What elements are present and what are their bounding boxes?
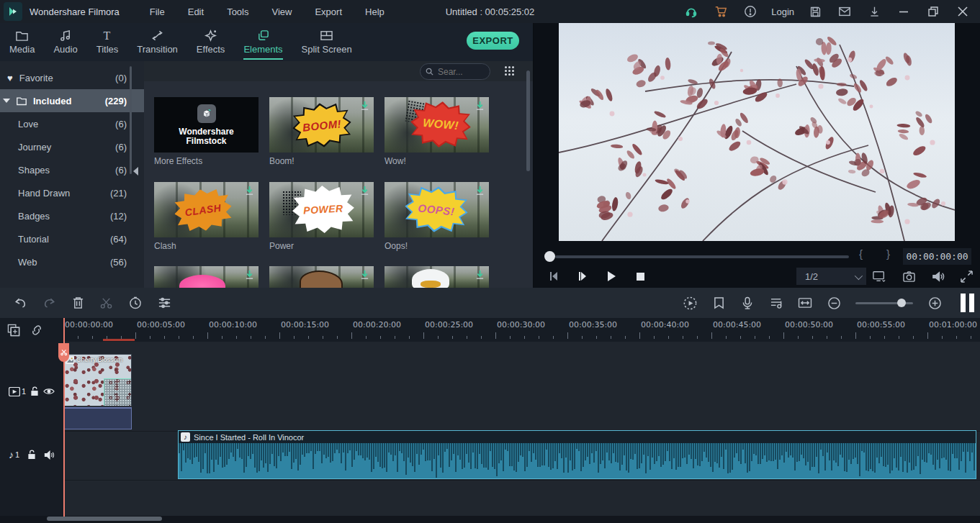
download-element-icon[interactable] [360,101,369,111]
element-tile-partial-3[interactable] [385,266,489,288]
login-button[interactable]: Login [768,6,797,17]
mark-out-button[interactable]: } [886,247,890,260]
grid-view-icon[interactable] [505,66,515,76]
menu-file[interactable]: File [140,4,175,20]
split-scissors-button[interactable] [92,288,121,318]
manage-tracks-icon[interactable] [7,324,20,337]
preview-scrubber[interactable]: { } 00:00:00:00 [534,243,980,265]
info-icon[interactable] [739,0,762,23]
lock-icon[interactable] [30,386,39,396]
timeline-ruler[interactable]: 00:00:00:0000:00:05:0000:00:10:0000:00:1… [0,318,980,342]
download-element-icon[interactable] [475,101,485,111]
sidebar-item-journey[interactable]: Journey(6) [0,135,144,158]
auto-ripple-link-icon[interactable] [30,324,43,336]
element-tile-oops[interactable]: OOPS! Oops! [385,182,489,251]
sidebar-scrollbar[interactable] [130,66,132,174]
pip-element-clip[interactable] [63,407,132,429]
video-preview[interactable] [559,23,955,241]
download-element-icon[interactable] [360,186,369,196]
sidebar-item-web[interactable]: Web(56) [0,250,144,273]
element-tile-partial-2[interactable] [269,266,374,288]
selected-element-thumb: POWER [269,182,374,237]
audio-mixer-button[interactable] [762,288,791,318]
close-button[interactable] [951,0,974,23]
snapshot-camera-button[interactable] [894,265,923,288]
menu-edit[interactable]: Edit [178,4,214,20]
download-icon[interactable] [863,0,886,23]
element-tile-power[interactable]: POWER Power [269,182,374,251]
tab-transition[interactable]: Transition [127,23,187,60]
volume-button[interactable] [923,265,952,288]
elements-scrollbar[interactable] [526,71,530,171]
tab-titles[interactable]: T Titles [87,23,128,60]
audio-clip[interactable]: ♪ Since I Started - Roll In Vinocor [178,430,976,479]
tab-split-screen[interactable]: Split Screen [292,23,361,60]
pause-icon[interactable] [961,294,974,312]
element-tile-wow[interactable]: WOW! Wow! [385,97,489,166]
zoom-to-fit-button[interactable] [791,288,819,318]
eye-icon[interactable] [43,387,55,396]
menu-help[interactable]: Help [355,4,395,20]
element-tile-boom[interactable]: BOOM! Boom! [269,97,374,166]
export-button[interactable]: EXPORT [467,32,519,50]
element-tile-clash[interactable]: CLASH Clash [154,182,259,251]
sidebar-item-badges[interactable]: Badges(12) [0,204,144,227]
previous-frame-button[interactable] [539,265,568,288]
tab-effects[interactable]: Effects [187,23,235,60]
marker-button[interactable] [704,288,733,318]
scrubber-handle[interactable] [544,251,555,262]
page-indicator-select[interactable]: 1/2 [796,268,866,285]
zoom-out-button[interactable] [819,288,848,318]
render-preview-button[interactable] [675,288,704,318]
scrubber-track[interactable] [555,255,849,258]
video-clip-cherry-blossom[interactable]: Cherry Blossom [63,354,132,406]
adjust-settings-button[interactable] [150,288,179,318]
speed-clock-button[interactable] [121,288,150,318]
tab-elements[interactable]: Elements [234,23,292,60]
tab-audio[interactable]: Audio [44,23,86,60]
display-device-button[interactable] [865,265,894,288]
play-button[interactable] [597,265,626,288]
timeline-zoom-slider[interactable] [855,302,913,304]
sidebar-item-hand-drawn[interactable]: Hand Drawn(21) [0,181,144,204]
undo-button[interactable] [6,288,35,318]
menu-view[interactable]: View [261,4,302,20]
sidebar-item-shapes[interactable]: Shapes(6) [0,158,144,181]
download-element-icon[interactable] [245,270,254,280]
lock-icon[interactable] [27,450,36,460]
sidebar-item-love[interactable]: Love(6) [0,112,144,135]
collapse-panel-arrow[interactable] [133,167,138,176]
download-element-icon[interactable] [475,186,485,196]
zoom-in-button[interactable] [920,288,949,318]
download-element-icon[interactable] [360,270,369,280]
element-tile-partial-1[interactable] [154,266,259,288]
search-input[interactable] [420,63,490,80]
minimize-button[interactable] [892,0,915,23]
stop-button[interactable] [626,265,655,288]
timeline-hscrollbar[interactable] [47,517,162,521]
menu-export[interactable]: Export [305,4,352,20]
sidebar-item-favorite[interactable]: ♥ Favorite (0) [0,66,144,89]
delete-trash-button[interactable] [63,288,92,318]
fullscreen-button[interactable] [952,265,980,288]
sidebar-item-tutorial[interactable]: Tutorial(64) [0,227,144,250]
support-headset-icon[interactable] [680,0,703,23]
element-selection-box[interactable] [104,378,132,406]
mark-in-button[interactable]: { [859,247,863,260]
playhead-handle[interactable] [58,343,69,362]
restore-button[interactable] [922,0,945,23]
menu-tools[interactable]: Tools [217,4,259,20]
zoom-slider-handle[interactable] [897,299,906,307]
next-frame-button[interactable] [568,265,597,288]
download-element-icon[interactable] [475,270,485,280]
record-voiceover-mic-button[interactable] [733,288,762,318]
element-tile-more-effects[interactable]: Wondershare Filmstock More Effects [154,97,259,166]
download-element-icon[interactable] [245,186,254,196]
sidebar-item-included[interactable]: Included (229) [0,89,144,112]
tab-media[interactable]: Media [0,23,44,60]
mail-icon[interactable] [833,0,856,23]
shop-cart-icon[interactable] [709,0,732,23]
save-icon[interactable] [804,0,827,23]
redo-button[interactable] [35,288,63,318]
speaker-icon[interactable] [44,450,55,460]
